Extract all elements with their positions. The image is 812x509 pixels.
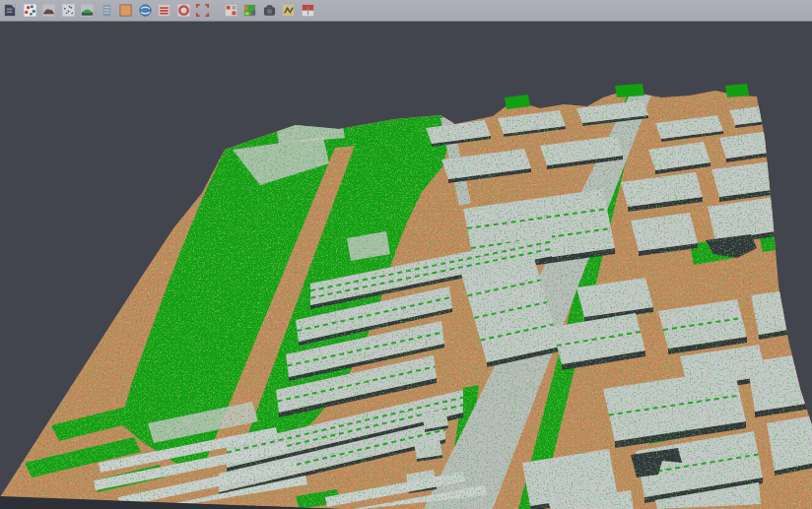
dem-surface-icon[interactable] — [40, 3, 57, 19]
snapshot-icon[interactable] — [261, 3, 278, 19]
rectangle-select-icon[interactable] — [194, 3, 211, 19]
clip-box-icon — [118, 3, 133, 18]
application-window — [0, 0, 812, 509]
vegetation-class-icon[interactable] — [79, 3, 96, 19]
classified-view-icon — [242, 3, 257, 18]
measure-tool-icon — [281, 3, 296, 18]
profile-view-icon[interactable] — [99, 3, 115, 19]
viewport-container — [0, 22, 812, 509]
flag-tool-icon[interactable] — [300, 3, 316, 19]
project-book-icon — [3, 3, 18, 18]
tree-bump — [615, 84, 644, 97]
main-toolbar — [0, 0, 812, 22]
clip-box-icon[interactable] — [117, 3, 134, 19]
point-cloud-icon — [61, 3, 76, 18]
grid-select-icon — [224, 3, 238, 18]
viewport-3d[interactable] — [0, 22, 812, 509]
grid-select-icon[interactable] — [223, 3, 239, 19]
tree-bump — [725, 84, 749, 97]
classified-points-icon[interactable] — [22, 3, 38, 19]
class-list-icon — [157, 3, 171, 18]
point-cloud-icon[interactable] — [60, 3, 77, 19]
snapshot-icon — [262, 3, 277, 18]
rectangle-select-icon — [195, 3, 210, 18]
flag-tool-icon — [301, 3, 315, 18]
circle-select-icon[interactable] — [175, 3, 192, 19]
measure-tool-icon[interactable] — [280, 3, 297, 19]
globe-view-icon[interactable] — [137, 3, 154, 19]
classified-points-icon — [23, 3, 37, 18]
classified-view-icon[interactable] — [241, 3, 258, 19]
profile-view-icon — [100, 3, 114, 18]
vegetation-class-icon — [80, 3, 95, 18]
circle-select-icon — [176, 3, 191, 18]
class-list-icon[interactable] — [156, 3, 172, 19]
globe-view-icon — [138, 3, 153, 18]
dem-surface-icon — [41, 3, 56, 18]
project-book-icon[interactable] — [2, 3, 19, 19]
